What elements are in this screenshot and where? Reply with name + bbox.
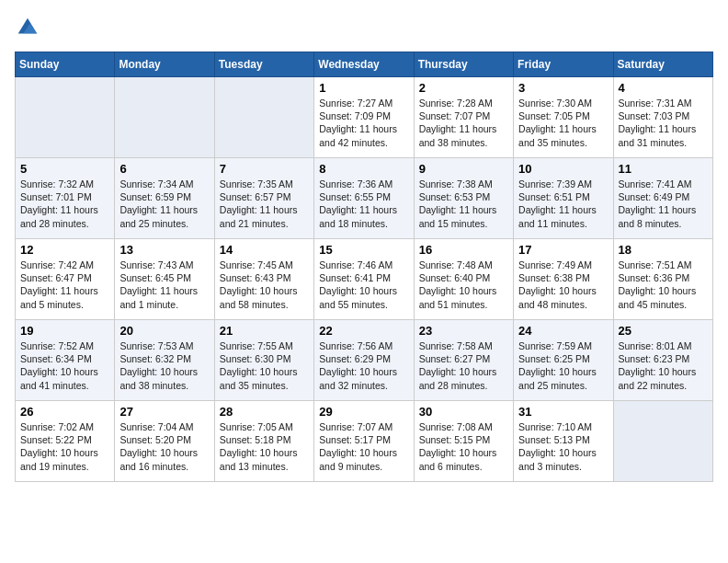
day-number: 1 bbox=[319, 81, 408, 95]
day-info: Sunrise: 7:04 AM Sunset: 5:20 PM Dayligh… bbox=[119, 420, 209, 473]
day-info: Sunrise: 7:39 AM Sunset: 6:51 PM Dayligh… bbox=[518, 178, 608, 230]
day-info: Sunrise: 7:49 AM Sunset: 6:38 PM Dayligh… bbox=[518, 259, 608, 311]
day-number: 21 bbox=[220, 324, 309, 338]
calendar-week-row: 1Sunrise: 7:27 AM Sunset: 7:09 PM Daylig… bbox=[16, 77, 713, 158]
calendar-cell: 25Sunrise: 8:01 AM Sunset: 6:23 PM Dayli… bbox=[613, 320, 712, 401]
day-info: Sunrise: 7:35 AM Sunset: 6:57 PM Dayligh… bbox=[220, 178, 309, 230]
day-number: 26 bbox=[20, 405, 109, 419]
weekday-header: Sunday bbox=[16, 52, 115, 77]
calendar-cell: 17Sunrise: 7:49 AM Sunset: 6:38 PM Dayli… bbox=[514, 239, 613, 320]
day-info: Sunrise: 7:30 AM Sunset: 7:05 PM Dayligh… bbox=[518, 97, 608, 149]
day-info: Sunrise: 7:43 AM Sunset: 6:45 PM Dayligh… bbox=[119, 259, 209, 311]
calendar-week-row: 26Sunrise: 7:02 AM Sunset: 5:22 PM Dayli… bbox=[16, 401, 713, 482]
calendar-cell: 24Sunrise: 7:59 AM Sunset: 6:25 PM Dayli… bbox=[514, 320, 613, 401]
day-info: Sunrise: 7:53 AM Sunset: 6:32 PM Dayligh… bbox=[119, 339, 209, 392]
day-number: 24 bbox=[518, 324, 608, 338]
day-number: 17 bbox=[518, 243, 608, 257]
day-info: Sunrise: 7:07 AM Sunset: 5:17 PM Dayligh… bbox=[319, 420, 408, 473]
day-number: 22 bbox=[319, 324, 408, 338]
day-info: Sunrise: 7:51 AM Sunset: 6:36 PM Dayligh… bbox=[619, 259, 708, 311]
day-number: 18 bbox=[619, 243, 708, 257]
day-info: Sunrise: 7:42 AM Sunset: 6:47 PM Dayligh… bbox=[20, 259, 109, 311]
calendar-cell: 6Sunrise: 7:34 AM Sunset: 6:59 PM Daylig… bbox=[115, 158, 214, 239]
calendar-cell bbox=[214, 77, 313, 158]
calendar-cell: 12Sunrise: 7:42 AM Sunset: 6:47 PM Dayli… bbox=[16, 239, 115, 320]
day-info: Sunrise: 7:08 AM Sunset: 5:15 PM Dayligh… bbox=[419, 420, 508, 473]
day-info: Sunrise: 7:31 AM Sunset: 7:03 PM Dayligh… bbox=[619, 97, 708, 149]
calendar-cell: 29Sunrise: 7:07 AM Sunset: 5:17 PM Dayli… bbox=[314, 401, 414, 482]
calendar-cell: 7Sunrise: 7:35 AM Sunset: 6:57 PM Daylig… bbox=[214, 158, 313, 239]
calendar-cell: 3Sunrise: 7:30 AM Sunset: 7:05 PM Daylig… bbox=[514, 77, 613, 158]
day-number: 16 bbox=[419, 243, 508, 257]
day-info: Sunrise: 7:34 AM Sunset: 6:59 PM Dayligh… bbox=[119, 178, 209, 230]
calendar-cell: 27Sunrise: 7:04 AM Sunset: 5:20 PM Dayli… bbox=[115, 401, 214, 482]
calendar-cell: 2Sunrise: 7:28 AM Sunset: 7:07 PM Daylig… bbox=[414, 77, 513, 158]
day-info: Sunrise: 8:01 AM Sunset: 6:23 PM Dayligh… bbox=[619, 339, 708, 392]
day-number: 15 bbox=[319, 243, 408, 257]
calendar-cell: 13Sunrise: 7:43 AM Sunset: 6:45 PM Dayli… bbox=[115, 239, 214, 320]
weekday-header: Friday bbox=[514, 52, 613, 77]
day-number: 14 bbox=[220, 243, 309, 257]
calendar-cell: 15Sunrise: 7:46 AM Sunset: 6:41 PM Dayli… bbox=[314, 239, 414, 320]
calendar-cell: 4Sunrise: 7:31 AM Sunset: 7:03 PM Daylig… bbox=[613, 77, 712, 158]
day-number: 23 bbox=[419, 324, 508, 338]
day-number: 13 bbox=[119, 243, 209, 257]
weekday-header-row: SundayMondayTuesdayWednesdayThursdayFrid… bbox=[16, 52, 713, 77]
weekday-header: Tuesday bbox=[214, 52, 313, 77]
day-number: 8 bbox=[319, 162, 408, 176]
calendar-cell: 8Sunrise: 7:36 AM Sunset: 6:55 PM Daylig… bbox=[314, 158, 414, 239]
day-info: Sunrise: 7:45 AM Sunset: 6:43 PM Dayligh… bbox=[220, 259, 309, 311]
day-number: 3 bbox=[518, 81, 608, 95]
calendar-header: SundayMondayTuesdayWednesdayThursdayFrid… bbox=[16, 52, 713, 77]
calendar-week-row: 12Sunrise: 7:42 AM Sunset: 6:47 PM Dayli… bbox=[16, 239, 713, 320]
calendar-cell: 26Sunrise: 7:02 AM Sunset: 5:22 PM Dayli… bbox=[16, 401, 115, 482]
calendar-cell: 20Sunrise: 7:53 AM Sunset: 6:32 PM Dayli… bbox=[115, 320, 214, 401]
page-header bbox=[15, 15, 713, 40]
day-number: 20 bbox=[119, 324, 209, 338]
calendar-cell: 18Sunrise: 7:51 AM Sunset: 6:36 PM Dayli… bbox=[613, 239, 712, 320]
weekday-header: Thursday bbox=[414, 52, 513, 77]
calendar-cell: 11Sunrise: 7:41 AM Sunset: 6:49 PM Dayli… bbox=[613, 158, 712, 239]
day-number: 27 bbox=[119, 405, 209, 419]
day-info: Sunrise: 7:41 AM Sunset: 6:49 PM Dayligh… bbox=[619, 178, 708, 230]
logo bbox=[15, 15, 44, 40]
day-number: 19 bbox=[20, 324, 109, 338]
calendar-cell bbox=[115, 77, 214, 158]
logo-icon bbox=[15, 15, 40, 40]
calendar-week-row: 19Sunrise: 7:52 AM Sunset: 6:34 PM Dayli… bbox=[16, 320, 713, 401]
weekday-header: Saturday bbox=[613, 52, 712, 77]
day-info: Sunrise: 7:55 AM Sunset: 6:30 PM Dayligh… bbox=[220, 339, 309, 392]
calendar-cell: 23Sunrise: 7:58 AM Sunset: 6:27 PM Dayli… bbox=[414, 320, 513, 401]
day-info: Sunrise: 7:32 AM Sunset: 7:01 PM Dayligh… bbox=[20, 178, 109, 230]
calendar-table: SundayMondayTuesdayWednesdayThursdayFrid… bbox=[15, 52, 713, 482]
calendar-body: 1Sunrise: 7:27 AM Sunset: 7:09 PM Daylig… bbox=[16, 77, 713, 482]
calendar-cell: 5Sunrise: 7:32 AM Sunset: 7:01 PM Daylig… bbox=[16, 158, 115, 239]
day-info: Sunrise: 7:02 AM Sunset: 5:22 PM Dayligh… bbox=[20, 420, 109, 473]
day-info: Sunrise: 7:48 AM Sunset: 6:40 PM Dayligh… bbox=[419, 259, 508, 311]
day-number: 25 bbox=[619, 324, 708, 338]
day-number: 2 bbox=[419, 81, 508, 95]
calendar-cell: 14Sunrise: 7:45 AM Sunset: 6:43 PM Dayli… bbox=[214, 239, 313, 320]
day-number: 10 bbox=[518, 162, 608, 176]
calendar-cell: 19Sunrise: 7:52 AM Sunset: 6:34 PM Dayli… bbox=[16, 320, 115, 401]
day-number: 7 bbox=[220, 162, 309, 176]
calendar-cell: 16Sunrise: 7:48 AM Sunset: 6:40 PM Dayli… bbox=[414, 239, 513, 320]
day-number: 30 bbox=[419, 405, 508, 419]
day-info: Sunrise: 7:56 AM Sunset: 6:29 PM Dayligh… bbox=[319, 339, 408, 392]
day-info: Sunrise: 7:58 AM Sunset: 6:27 PM Dayligh… bbox=[419, 339, 508, 392]
day-info: Sunrise: 7:52 AM Sunset: 6:34 PM Dayligh… bbox=[20, 339, 109, 392]
calendar-cell: 1Sunrise: 7:27 AM Sunset: 7:09 PM Daylig… bbox=[314, 77, 414, 158]
day-info: Sunrise: 7:10 AM Sunset: 5:13 PM Dayligh… bbox=[518, 420, 608, 473]
calendar-cell: 21Sunrise: 7:55 AM Sunset: 6:30 PM Dayli… bbox=[214, 320, 313, 401]
calendar-cell: 30Sunrise: 7:08 AM Sunset: 5:15 PM Dayli… bbox=[414, 401, 513, 482]
calendar-cell: 31Sunrise: 7:10 AM Sunset: 5:13 PM Dayli… bbox=[514, 401, 613, 482]
weekday-header: Monday bbox=[115, 52, 214, 77]
day-number: 31 bbox=[518, 405, 608, 419]
day-info: Sunrise: 7:36 AM Sunset: 6:55 PM Dayligh… bbox=[319, 178, 408, 230]
day-number: 5 bbox=[20, 162, 109, 176]
day-info: Sunrise: 7:27 AM Sunset: 7:09 PM Dayligh… bbox=[319, 97, 408, 149]
weekday-header: Wednesday bbox=[314, 52, 414, 77]
day-info: Sunrise: 7:28 AM Sunset: 7:07 PM Dayligh… bbox=[419, 97, 508, 149]
calendar-cell: 9Sunrise: 7:38 AM Sunset: 6:53 PM Daylig… bbox=[414, 158, 513, 239]
day-number: 11 bbox=[619, 162, 708, 176]
